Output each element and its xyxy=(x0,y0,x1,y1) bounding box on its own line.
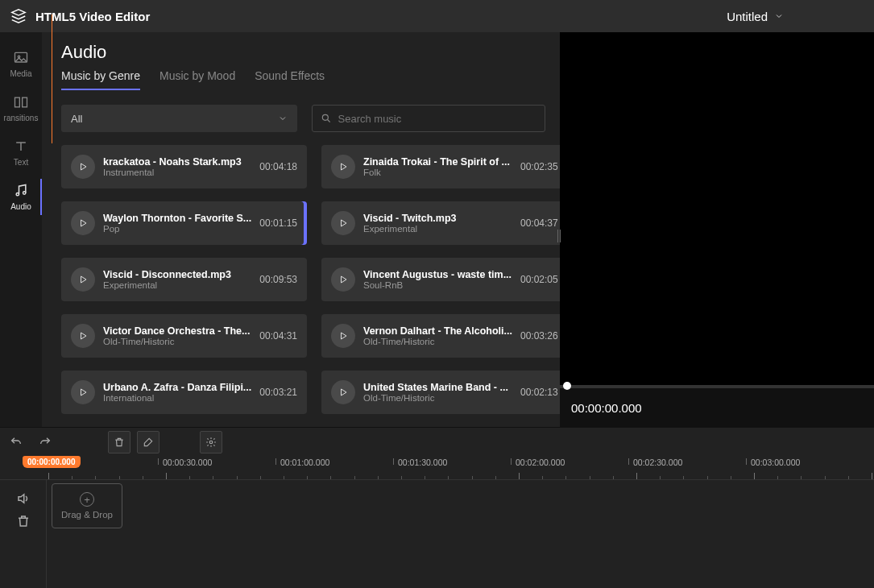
tracks-grid: krackatoa - Noahs Stark.mp3 Instrumental… xyxy=(61,145,555,414)
sidebar: Media ransitions Text Audio xyxy=(0,32,42,427)
track-genre: Old-Time/Historic xyxy=(103,337,251,346)
search-box[interactable] xyxy=(312,105,546,132)
play-button[interactable] xyxy=(331,211,355,235)
play-button[interactable] xyxy=(331,267,355,292)
track-item[interactable]: Viscid - Disconnected.mp3 Experimental 0… xyxy=(61,258,307,301)
tools-button[interactable] xyxy=(137,431,159,453)
track-genre: Old-Time/Historic xyxy=(363,337,512,346)
preview-seekbar[interactable] xyxy=(560,385,874,388)
tab-music-mood[interactable]: Music by Mood xyxy=(159,69,235,90)
sidebar-item-label: Text xyxy=(14,158,28,167)
delete-track-icon[interactable] xyxy=(16,514,31,528)
track-genre: Folk xyxy=(363,168,512,177)
app-title: HTML5 Video Editor xyxy=(35,10,150,23)
play-button[interactable] xyxy=(71,211,95,235)
tab-sound-effects[interactable]: Sound Effects xyxy=(255,69,325,90)
play-button[interactable] xyxy=(331,155,355,179)
track-info: Viscid - Twitch.mp3 Experimental xyxy=(363,213,512,234)
sidebar-item-audio[interactable]: Audio xyxy=(0,175,42,219)
search-icon xyxy=(321,113,332,124)
app-logo-icon xyxy=(10,7,27,25)
track-title: Vernon Dalhart - The Alcoholi... xyxy=(363,325,512,337)
volume-icon[interactable] xyxy=(16,491,31,506)
text-icon xyxy=(13,139,29,155)
play-button[interactable] xyxy=(71,155,95,179)
sidebar-item-label: Media xyxy=(10,69,31,78)
track-info: Vernon Dalhart - The Alcoholi... Old-Tim… xyxy=(363,325,512,346)
sidebar-item-text[interactable]: Text xyxy=(0,130,42,175)
playhead-badge[interactable]: 00:00:00.000 xyxy=(23,456,81,468)
settings-button[interactable] xyxy=(200,431,222,453)
ruler-time-label: 00:01:30.000 xyxy=(398,458,447,467)
transitions-icon xyxy=(13,94,29,110)
play-button[interactable] xyxy=(71,324,95,348)
genre-filter-label: All xyxy=(71,113,82,125)
delete-button[interactable] xyxy=(108,431,130,453)
sidebar-item-label: ransitions xyxy=(4,114,39,122)
track-item[interactable]: Zinaida Trokai - The Spirit of ... Folk … xyxy=(321,145,560,188)
timeline-area[interactable]: + Drag & Drop xyxy=(47,480,874,588)
genre-filter-select[interactable]: All xyxy=(61,105,297,132)
ruler-time-label: 00:02:00.000 xyxy=(516,458,565,467)
project-menu[interactable]: Untitled xyxy=(727,10,864,23)
track-item[interactable]: Waylon Thornton - Favorite S... Pop 00:0… xyxy=(61,201,307,245)
redo-button[interactable] xyxy=(34,431,56,453)
preview-playhead[interactable] xyxy=(563,382,571,390)
track-duration: 00:04:37 xyxy=(520,217,558,229)
svg-rect-3 xyxy=(23,97,27,107)
track-duration: 00:04:18 xyxy=(259,161,297,172)
track-duration: 00:04:31 xyxy=(259,330,297,342)
track-item[interactable]: Vernon Dalhart - The Alcoholi... Old-Tim… xyxy=(321,314,560,358)
chevron-down-icon xyxy=(278,114,288,123)
track-item[interactable]: United States Marine Band - ... Old-Time… xyxy=(321,371,560,414)
ruler-time-label: 00:01:00.000 xyxy=(280,458,329,467)
track-duration: 00:03:26 xyxy=(520,330,558,342)
preview-video[interactable] xyxy=(560,32,874,385)
track-item[interactable]: Victor Dance Orchestra - The... Old-Time… xyxy=(61,314,307,358)
track-item[interactable]: Viscid - Twitch.mp3 Experimental 00:04:3… xyxy=(321,201,560,245)
track-title: Victor Dance Orchestra - The... xyxy=(103,325,251,337)
timeline: 00:00:00.000 00:00:30.00000:01:00.00000:… xyxy=(0,456,874,588)
svg-point-4 xyxy=(16,193,19,196)
track-info: Vincent Augustus - waste tim... Soul-RnB xyxy=(363,269,512,290)
track-duration: 00:09:53 xyxy=(259,274,297,285)
panel-title: Audio xyxy=(61,42,560,63)
header-left: HTML5 Video Editor xyxy=(10,7,150,25)
play-button[interactable] xyxy=(71,380,95,404)
plus-icon: + xyxy=(80,492,94,507)
audio-panel: Audio Music by Genre Music by Mood Sound… xyxy=(42,32,560,427)
sidebar-item-media[interactable]: Media xyxy=(0,42,42,86)
app-header: HTML5 Video Editor Untitled xyxy=(0,0,874,32)
undo-button[interactable] xyxy=(5,431,27,453)
track-info: Viscid - Disconnected.mp3 Experimental xyxy=(103,269,251,290)
track-title: Waylon Thornton - Favorite S... xyxy=(103,213,251,224)
track-info: Zinaida Trokai - The Spirit of ... Folk xyxy=(363,156,512,177)
track-title: Zinaida Trokai - The Spirit of ... xyxy=(363,156,512,168)
track-duration: 00:02:13 xyxy=(520,387,558,398)
track-genre: Pop xyxy=(103,224,251,234)
resize-handle[interactable] xyxy=(557,230,561,242)
search-input[interactable] xyxy=(338,113,537,125)
play-button[interactable] xyxy=(71,267,95,292)
panel-tabs: Music by Genre Music by Mood Sound Effec… xyxy=(61,69,560,90)
timeline-ruler[interactable]: 00:00:00.000 00:00:30.00000:01:00.00000:… xyxy=(0,456,874,480)
track-genre: International xyxy=(103,393,251,403)
playhead-line[interactable] xyxy=(52,14,52,143)
play-button[interactable] xyxy=(331,380,355,404)
project-name: Untitled xyxy=(727,10,768,23)
track-item[interactable]: Vincent Augustus - waste tim... Soul-RnB… xyxy=(321,258,560,301)
track-genre: Experimental xyxy=(103,280,251,290)
preview-pane: 00:00:00.000 xyxy=(560,32,874,427)
audio-icon xyxy=(13,183,29,199)
tab-music-genre[interactable]: Music by Genre xyxy=(61,69,140,90)
chevron-down-icon xyxy=(774,11,784,21)
play-button[interactable] xyxy=(331,324,355,348)
track-duration: 00:02:35 xyxy=(520,161,558,172)
sidebar-item-transitions[interactable]: ransitions xyxy=(0,86,42,130)
ruler-time-label: 00:03:00.000 xyxy=(751,458,800,467)
svg-rect-2 xyxy=(15,97,20,107)
drop-zone[interactable]: + Drag & Drop xyxy=(52,483,122,528)
track-item[interactable]: Urbano A. Zafra - Danza Filipi... Intern… xyxy=(61,371,307,414)
track-item[interactable]: krackatoa - Noahs Stark.mp3 Instrumental… xyxy=(61,145,307,188)
svg-point-5 xyxy=(23,192,26,194)
